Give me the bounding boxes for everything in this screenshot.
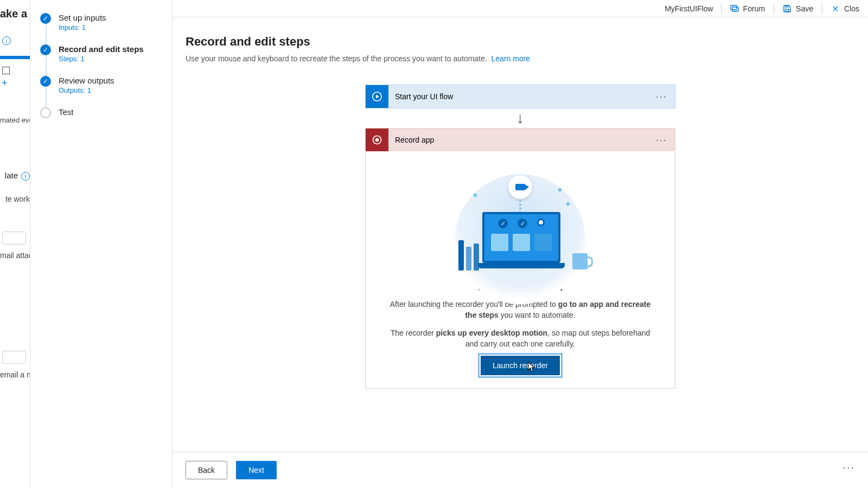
close-button[interactable]: Clos <box>822 0 868 17</box>
page-title: Record and edit steps <box>186 35 855 49</box>
back-button[interactable]: Back <box>186 461 227 479</box>
step-done-icon <box>40 76 51 87</box>
footer-more-button[interactable]: ··· <box>843 461 855 479</box>
bg-title: ake a flo <box>0 0 30 20</box>
flow-arrow-icon: ↓ <box>365 108 675 128</box>
wizard-footer: Back Next ··· <box>173 452 868 488</box>
svg-rect-3 <box>786 5 788 7</box>
close-icon <box>831 4 840 13</box>
card-menu-button[interactable]: ··· <box>648 134 675 146</box>
learn-more-link[interactable]: Learn more <box>492 54 531 63</box>
recorder-illustration: ✓✓ <box>444 166 596 275</box>
step-sub: Outputs: 1 <box>59 86 114 94</box>
svg-rect-1 <box>732 7 738 11</box>
page-header: Record and edit steps Use your mouse and… <box>186 35 855 63</box>
step-title: Test <box>59 107 74 117</box>
ready-paragraph-2: The recorder picks up every desktop moti… <box>387 328 653 350</box>
step-set-up-inputs[interactable]: Set up inputs Inputs: 1 <box>40 13 172 44</box>
forum-button[interactable]: Forum <box>722 0 774 17</box>
step-done-icon <box>40 13 51 24</box>
card-title: Start your UI flow <box>388 92 648 101</box>
step-record-and-edit[interactable]: Record and edit steps Steps: 1 <box>40 44 172 76</box>
step-done-icon <box>40 44 51 55</box>
bg-plus-icon: + <box>2 78 30 89</box>
svg-rect-0 <box>731 5 737 10</box>
svg-point-9 <box>375 138 379 142</box>
step-sub: Steps: 1 <box>59 55 144 63</box>
bg-text-4: mail attac <box>0 251 30 260</box>
bg-text-1: mated even <box>0 116 30 124</box>
info-icon: i <box>2 36 11 45</box>
svg-marker-7 <box>376 94 379 98</box>
record-card-body: ✓✓ Get ready to r <box>366 151 675 388</box>
card-start-ui-flow[interactable]: Start your UI flow ··· <box>365 85 675 108</box>
card-menu-button[interactable]: ··· <box>648 91 675 102</box>
bg-square-icon <box>2 67 10 74</box>
svg-rect-2 <box>786 9 789 11</box>
step-review-outputs[interactable]: Review outputs Outputs: 1 <box>40 76 172 107</box>
record-icon <box>366 129 388 151</box>
play-icon <box>366 85 388 108</box>
bg-text-2: latei <box>0 171 30 181</box>
top-bar: MyFirstUIFlow Forum Save <box>173 0 868 17</box>
bg-selected-tab <box>0 56 30 59</box>
launch-recorder-button[interactable]: Launch recorder <box>481 356 560 375</box>
info-icon: i <box>21 172 30 181</box>
wizard-steps: Set up inputs Inputs: 1 Record and edit … <box>30 0 173 488</box>
main-area: MyFirstUIFlow Forum Save <box>173 0 868 488</box>
save-icon <box>783 4 792 13</box>
card-record-header[interactable]: Record app ··· <box>366 129 675 151</box>
step-pending-icon <box>40 107 51 118</box>
bg-text-5: email a ne <box>0 370 30 379</box>
flow-name: MyFirstUIFlow <box>657 4 720 13</box>
flow-canvas: Start your UI flow ··· ↓ Record app <box>365 85 675 389</box>
save-button[interactable]: Save <box>774 0 822 17</box>
step-title: Set up inputs <box>59 13 106 22</box>
bg-card <box>2 351 26 364</box>
background-panel: ake a flo i + mated even latei te work m… <box>0 0 30 488</box>
card-record-app: Record app ··· <box>365 128 675 389</box>
card-title: Record app <box>388 136 648 144</box>
content-scroll: Record and edit steps Use your mouse and… <box>173 17 868 452</box>
bg-text-3: te work <box>0 195 30 203</box>
step-test[interactable]: Test <box>40 107 172 131</box>
step-title: Record and edit steps <box>59 44 144 54</box>
next-button[interactable]: Next <box>236 461 277 479</box>
page-description: Use your mouse and keyboard to recreate … <box>186 54 855 63</box>
bg-card <box>2 232 26 245</box>
step-sub: Inputs: 1 <box>59 23 106 31</box>
page-root: ake a flo i + mated even latei te work m… <box>0 0 868 488</box>
step-title: Review outputs <box>59 76 114 85</box>
forum-icon <box>730 4 739 13</box>
